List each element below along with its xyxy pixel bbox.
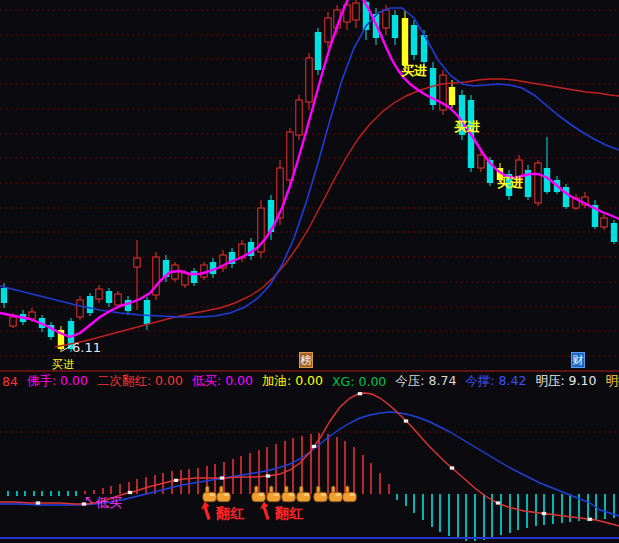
low-price-label: 6.11 xyxy=(72,340,101,355)
curve-marker xyxy=(312,445,316,448)
candle-body xyxy=(1,288,7,303)
turn-red-label: 翻红 xyxy=(274,505,304,521)
curve-marker xyxy=(128,491,132,494)
low-buy-label: 低买 xyxy=(95,495,122,510)
candle-body xyxy=(535,163,541,203)
status-item: XG: 0.00 xyxy=(332,374,386,389)
status-item: 低买: 0.00 xyxy=(192,373,253,390)
candle-body xyxy=(306,58,312,102)
candle-body xyxy=(87,296,93,313)
buy-signal-label: 买进 xyxy=(497,175,523,190)
up-arrow-icon xyxy=(260,502,270,521)
status-item: 二次翻红: 0.00 xyxy=(97,373,183,390)
curve-marker xyxy=(588,518,592,521)
candle-body xyxy=(411,25,417,55)
indicator-status-bar: 84佛手: 0.00二次翻红: 0.00低买: 0.00加油: 0.00XG: … xyxy=(0,370,619,390)
ranking-badge[interactable]: 榜 xyxy=(299,352,313,368)
status-item: 加油: 0.00 xyxy=(262,373,323,390)
candle-body xyxy=(10,317,16,326)
ma-fast-line xyxy=(0,0,619,337)
status-item: 佛手: 0.00 xyxy=(27,373,88,390)
candle-body xyxy=(478,155,484,168)
ma-slow-line xyxy=(55,79,619,347)
candle-body xyxy=(611,223,617,242)
candle-body xyxy=(144,300,150,324)
candle-body xyxy=(182,273,188,285)
candle-body xyxy=(353,3,359,20)
curve-marker xyxy=(36,501,40,504)
hand-icon xyxy=(297,486,311,502)
candle-body xyxy=(325,18,331,42)
candle-body xyxy=(402,18,408,65)
macd-indicator-panel[interactable]: 翻红翻红低买↖ xyxy=(0,390,619,543)
candle-body xyxy=(449,87,455,105)
candle-body xyxy=(601,218,607,227)
low-buy-arrow: ↖ xyxy=(84,493,94,507)
status-item: 明压: 9.10 xyxy=(535,373,596,390)
buy-signal-label-clipped: 买进 xyxy=(52,358,74,370)
status-item: 今压: 8.74 xyxy=(395,373,456,390)
stock-trading-app: 买进买进买进6.11买进 84佛手: 0.00二次翻红: 0.00低买: 0.0… xyxy=(0,0,619,543)
buy-signal-label: 买进 xyxy=(454,119,480,134)
up-arrow-icon xyxy=(201,502,211,521)
curve-marker xyxy=(542,512,546,515)
status-item: 今撑: 8.42 xyxy=(465,373,526,390)
curve-marker xyxy=(404,419,408,422)
curve-marker xyxy=(220,476,224,479)
candle-body xyxy=(77,300,83,317)
hand-icon xyxy=(267,486,281,502)
curve-marker xyxy=(450,466,454,469)
hand-icon xyxy=(314,486,328,502)
candlestick-chart-panel[interactable]: 买进买进买进6.11买进 xyxy=(0,0,619,370)
status-item: 明撑: 8.50 xyxy=(605,373,619,390)
candle-body xyxy=(287,132,293,180)
curve-marker xyxy=(174,479,178,482)
buy-signal-label: 买进 xyxy=(401,63,427,78)
status-item: 84 xyxy=(2,374,18,389)
candle-body xyxy=(96,289,102,299)
candle-body xyxy=(134,258,140,267)
hand-icon xyxy=(329,486,343,502)
curve-marker xyxy=(358,392,362,395)
candle-body xyxy=(106,291,112,303)
curve-marker xyxy=(496,501,500,504)
turn-red-label: 翻红 xyxy=(215,505,245,521)
curve-marker xyxy=(266,474,270,477)
candle-body xyxy=(383,10,389,28)
candle-body xyxy=(392,15,398,38)
candle-body xyxy=(115,294,121,305)
candle-body xyxy=(296,100,302,135)
candle-body xyxy=(315,32,321,70)
finance-badge[interactable]: 财 xyxy=(571,352,585,368)
